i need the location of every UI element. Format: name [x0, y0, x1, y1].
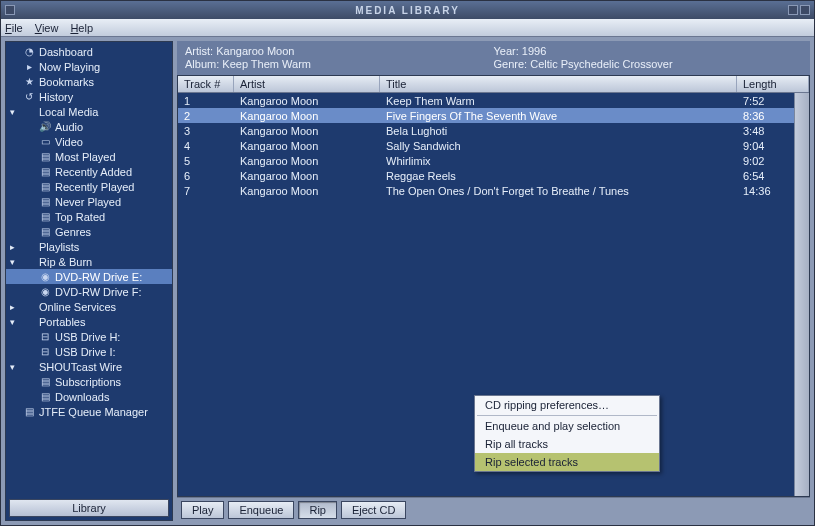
sidebar-item-most-played[interactable]: ▤Most Played — [6, 149, 172, 164]
sidebar-item-now-playing[interactable]: ▸Now Playing — [6, 59, 172, 74]
vertical-scrollbar[interactable] — [794, 93, 809, 496]
tree-item-label: History — [39, 91, 73, 103]
menu-view[interactable]: View — [35, 22, 59, 34]
sidebar-item-jtfe-queue-manager[interactable]: ▤JTFE Queue Manager — [6, 404, 172, 419]
sidebar-item-history[interactable]: ↺History — [6, 89, 172, 104]
expand-arrow-icon[interactable]: ▾ — [10, 362, 19, 372]
expand-arrow-icon[interactable]: ▸ — [10, 242, 19, 252]
sidebar-item-bookmarks[interactable]: ★Bookmarks — [6, 74, 172, 89]
sidebar-item-dashboard[interactable]: ◔Dashboard — [6, 44, 172, 59]
cell-track: 1 — [178, 95, 234, 107]
tree-item-icon: ▤ — [39, 376, 51, 388]
table-row[interactable]: 2Kangaroo MoonFive Fingers Of The Sevent… — [178, 108, 809, 123]
expand-arrow-icon[interactable]: ▾ — [10, 107, 19, 117]
cell-artist: Kangaroo Moon — [234, 110, 380, 122]
tree-item-label: Video — [55, 136, 83, 148]
cell-artist: Kangaroo Moon — [234, 125, 380, 137]
sidebar-item-recently-added[interactable]: ▤Recently Added — [6, 164, 172, 179]
col-artist[interactable]: Artist — [234, 76, 380, 92]
tree-item-label: USB Drive I: — [55, 346, 116, 358]
cm-rip-selected[interactable]: Rip selected tracks — [475, 453, 659, 471]
table-row[interactable]: 1Kangaroo MoonKeep Them Warm7:52 — [178, 93, 809, 108]
cell-title: Sally Sandwich — [380, 140, 737, 152]
sidebar-item-rip-burn[interactable]: ▾Rip & Burn — [6, 254, 172, 269]
album-value: Keep Them Warm — [222, 58, 311, 70]
table-row[interactable]: 3Kangaroo MoonBela Lughoti3:48 — [178, 123, 809, 138]
genre-label: Genre: — [494, 58, 528, 70]
tree-item-label: Most Played — [55, 151, 116, 163]
eject-cd-button[interactable]: Eject CD — [341, 501, 406, 519]
sidebar-item-usb-drive-i[interactable]: ⊟USB Drive I: — [6, 344, 172, 359]
expand-arrow-icon[interactable]: ▾ — [10, 257, 19, 267]
table-row[interactable]: 5Kangaroo MoonWhirlimix9:02 — [178, 153, 809, 168]
col-track[interactable]: Track # — [178, 76, 234, 92]
sidebar-item-never-played[interactable]: ▤Never Played — [6, 194, 172, 209]
tree-item-icon — [23, 316, 35, 328]
artist-label: Artist: — [185, 45, 213, 57]
menu-file[interactable]: File — [5, 22, 23, 34]
tree-item-label: Recently Played — [55, 181, 135, 193]
sidebar-item-usb-drive-h[interactable]: ⊟USB Drive H: — [6, 329, 172, 344]
cm-separator — [477, 415, 657, 416]
main-pane: Artist: Kangaroo Moon Album: Keep Them W… — [177, 41, 810, 521]
table-row[interactable]: 4Kangaroo MoonSally Sandwich9:04 — [178, 138, 809, 153]
tree-item-label: Top Rated — [55, 211, 105, 223]
cm-cd-ripping-prefs[interactable]: CD ripping preferences… — [475, 396, 659, 414]
table-row[interactable]: 6Kangaroo MoonReggae Reels6:54 — [178, 168, 809, 183]
tree-item-label: Dashboard — [39, 46, 93, 58]
cell-title: Reggae Reels — [380, 170, 737, 182]
cell-track: 7 — [178, 185, 234, 197]
sidebar-item-shoutcast-wire[interactable]: ▾SHOUTcast Wire — [6, 359, 172, 374]
sidebar-item-portables[interactable]: ▾Portables — [6, 314, 172, 329]
table-row[interactable]: 7Kangaroo MoonThe Open Ones / Don't Forg… — [178, 183, 809, 198]
enqueue-button[interactable]: Enqueue — [228, 501, 294, 519]
cell-track: 3 — [178, 125, 234, 137]
client-area: ◔Dashboard▸Now Playing★Bookmarks↺History… — [1, 37, 814, 525]
cm-enqueue-play[interactable]: Enqueue and play selection — [475, 417, 659, 435]
titlebar[interactable]: MEDIA LIBRARY — [1, 1, 814, 19]
cm-rip-all[interactable]: Rip all tracks — [475, 435, 659, 453]
sidebar-item-audio[interactable]: 🔊Audio — [6, 119, 172, 134]
rip-context-menu: CD ripping preferences… Enqueue and play… — [474, 395, 660, 472]
col-length[interactable]: Length — [737, 76, 809, 92]
sidebar-item-dvd-rw-drive-e[interactable]: ◉DVD-RW Drive E: — [6, 269, 172, 284]
column-headers[interactable]: Track # Artist Title Length — [178, 76, 809, 93]
expand-arrow-icon[interactable]: ▸ — [10, 302, 19, 312]
menubar: File View Help — [1, 19, 814, 37]
sidebar-item-top-rated[interactable]: ▤Top Rated — [6, 209, 172, 224]
library-button[interactable]: Library — [9, 499, 169, 517]
expand-arrow-icon[interactable]: ▾ — [10, 317, 19, 327]
play-button[interactable]: Play — [181, 501, 224, 519]
sidebar-item-dvd-rw-drive-f[interactable]: ◉DVD-RW Drive F: — [6, 284, 172, 299]
cell-artist: Kangaroo Moon — [234, 155, 380, 167]
col-title[interactable]: Title — [380, 76, 737, 92]
bottom-toolbar: Play Enqueue Rip Eject CD — [177, 497, 810, 521]
tree-item-icon: ◉ — [39, 286, 51, 298]
sidebar-item-recently-played[interactable]: ▤Recently Played — [6, 179, 172, 194]
sidebar-item-downloads[interactable]: ▤Downloads — [6, 389, 172, 404]
sidebar-item-online-services[interactable]: ▸Online Services — [6, 299, 172, 314]
sidebar-item-playlists[interactable]: ▸Playlists — [6, 239, 172, 254]
album-label: Album: — [185, 58, 219, 70]
tree-item-label: Never Played — [55, 196, 121, 208]
sysmenu-icon[interactable] — [5, 5, 15, 15]
close-icon[interactable] — [800, 5, 810, 15]
minimize-icon[interactable] — [788, 5, 798, 15]
cell-title: Keep Them Warm — [380, 95, 737, 107]
genre-value: Celtic Psychedelic Crossover — [530, 58, 672, 70]
tree-item-icon: ◉ — [39, 271, 51, 283]
tree-item-icon — [23, 256, 35, 268]
cell-track: 2 — [178, 110, 234, 122]
sidebar-item-subscriptions[interactable]: ▤Subscriptions — [6, 374, 172, 389]
nav-tree[interactable]: ◔Dashboard▸Now Playing★Bookmarks↺History… — [6, 42, 172, 496]
sidebar-item-genres[interactable]: ▤Genres — [6, 224, 172, 239]
track-list: Track # Artist Title Length 1Kangaroo Mo… — [177, 75, 810, 497]
menu-help[interactable]: Help — [70, 22, 93, 34]
sidebar-item-video[interactable]: ▭Video — [6, 134, 172, 149]
rip-button[interactable]: Rip — [298, 501, 337, 519]
tree-item-icon: ▭ — [39, 136, 51, 148]
cell-track: 4 — [178, 140, 234, 152]
sidebar-item-local-media[interactable]: ▾Local Media — [6, 104, 172, 119]
tree-item-icon — [23, 106, 35, 118]
tree-item-label: SHOUTcast Wire — [39, 361, 122, 373]
